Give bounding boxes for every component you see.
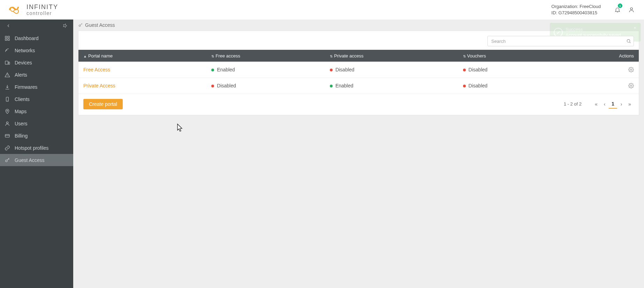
svg-rect-2 (8, 36, 9, 38)
status-label: Disabled (335, 67, 354, 72)
page-next-button[interactable]: › (617, 100, 626, 109)
sidebar-pin-button[interactable] (61, 22, 68, 29)
cell-free-access: Enabled (206, 62, 325, 78)
sort-icon: ⇅ (211, 54, 214, 58)
alert-icon (4, 72, 10, 78)
sidebar-item-firmwares[interactable]: Firmwares (0, 81, 73, 93)
sidebar-item-label: Hotspot profiles (15, 145, 48, 151)
svg-point-9 (6, 122, 8, 123)
cell-actions (563, 78, 639, 94)
brand-logo[interactable]: INFINITY controller (7, 4, 58, 16)
cell-vouchers: Disabled (458, 78, 563, 94)
table-row: Private AccessDisabledEnabledDisabled (78, 78, 639, 94)
status-label: Disabled (217, 83, 236, 88)
svg-point-13 (627, 39, 630, 42)
page-number-current[interactable]: 1 (609, 100, 617, 109)
svg-rect-6 (8, 62, 9, 64)
svg-point-15 (630, 85, 632, 86)
signal-icon (4, 47, 10, 54)
col-portal-name[interactable]: ▲Portal name (78, 50, 206, 62)
notification-badge: 1 (618, 3, 622, 8)
create-portal-button[interactable]: Create portal (83, 99, 123, 109)
pagination-range: 1 - 2 of 2 (564, 101, 582, 107)
svg-point-0 (630, 8, 632, 10)
sort-icon: ⇅ (330, 54, 333, 58)
cell-actions (563, 62, 639, 78)
link-icon (4, 145, 10, 151)
status-dot-icon (463, 85, 466, 87)
sidebar-item-networks[interactable]: Networks (0, 44, 73, 56)
status-dot-icon (211, 69, 214, 71)
svg-point-8 (7, 110, 8, 111)
org-info: Organization: FreeCloud ID: G72948500403… (551, 3, 601, 16)
gear-icon (628, 83, 634, 88)
main-content: Guest Access Success Account successfull… (73, 20, 644, 288)
col-vouchers[interactable]: ⇅Vouchers (458, 50, 563, 62)
sidebar-item-label: Guest Access (15, 157, 45, 163)
billing-icon (4, 133, 10, 139)
sidebar-item-users[interactable]: Users (0, 117, 73, 130)
key-icon (4, 157, 10, 163)
sidebar-item-maps[interactable]: Maps (0, 105, 73, 117)
portals-table: ▲Portal name ⇅Free access ⇅Private acces… (78, 50, 639, 94)
org-label: Organization: (551, 4, 578, 9)
page-first-button[interactable]: « (592, 100, 600, 109)
sidebar-item-label: Maps (15, 109, 26, 114)
client-icon (4, 96, 10, 102)
brand-name: INFINITY (26, 4, 58, 10)
page-title: Guest Access (85, 22, 115, 28)
sidebar-item-label: Firmwares (15, 84, 37, 90)
cell-private-access: Disabled (325, 62, 458, 78)
svg-rect-5 (5, 61, 8, 64)
status-dot-icon (211, 85, 214, 87)
search-input[interactable] (487, 36, 634, 46)
org-name: FreeCloud (579, 4, 601, 9)
svg-rect-4 (8, 39, 9, 40)
dashboard-icon (4, 35, 10, 41)
sidebar-item-label: Networks (15, 48, 35, 53)
sidebar-collapse-button[interactable] (5, 22, 12, 29)
portal-link[interactable]: Free Access (83, 67, 110, 72)
brand-subtitle: controller (26, 11, 58, 16)
svg-point-11 (6, 160, 7, 162)
notifications-button[interactable]: 1 (612, 4, 623, 15)
infinity-icon (7, 6, 24, 14)
account-button[interactable] (626, 4, 637, 15)
status-dot-icon (463, 69, 466, 71)
col-private-access[interactable]: ⇅Private access (325, 50, 458, 62)
row-settings-button[interactable] (628, 83, 634, 88)
sidebar-top (0, 20, 73, 32)
page-last-button[interactable]: » (626, 100, 634, 109)
download-icon (4, 84, 10, 90)
svg-rect-10 (5, 134, 9, 137)
sidebar-item-clients[interactable]: Clients (0, 93, 73, 105)
cursor-icon (177, 123, 184, 132)
sidebar-item-alerts[interactable]: Alerts (0, 69, 73, 81)
devices-icon (4, 60, 10, 66)
pagination: « ‹ 1 › » (592, 100, 634, 109)
col-free-access[interactable]: ⇅Free access (206, 50, 325, 62)
sidebar-item-dashboard[interactable]: Dashboard (0, 32, 73, 44)
table-row: Free AccessEnabledDisabledDisabled (78, 62, 639, 78)
toast-close-button[interactable] (632, 25, 637, 30)
sidebar-item-label: Devices (15, 60, 32, 65)
search-button[interactable] (623, 36, 634, 46)
sidebar-item-guest-access[interactable]: Guest Access (0, 154, 73, 166)
row-settings-button[interactable] (628, 67, 634, 72)
sidebar-item-label: Users (15, 121, 28, 126)
status-label: Enabled (217, 67, 235, 72)
key-icon (78, 23, 83, 28)
sidebar-item-hotspot-profiles[interactable]: Hotspot profiles (0, 142, 73, 154)
portal-link[interactable]: Private Access (83, 83, 115, 88)
svg-point-12 (79, 25, 81, 26)
gear-icon (628, 67, 634, 72)
map-icon (4, 108, 10, 115)
status-label: Disabled (469, 67, 487, 72)
cell-portal-name: Free Access (78, 62, 206, 78)
sidebar-item-billing[interactable]: Billing (0, 130, 73, 142)
sidebar-item-label: Clients (15, 96, 30, 102)
sidebar-item-devices[interactable]: Devices (0, 56, 73, 69)
status-dot-icon (330, 69, 333, 71)
org-id-value: G72948500403815 (559, 10, 597, 15)
page-prev-button[interactable]: ‹ (600, 100, 609, 109)
